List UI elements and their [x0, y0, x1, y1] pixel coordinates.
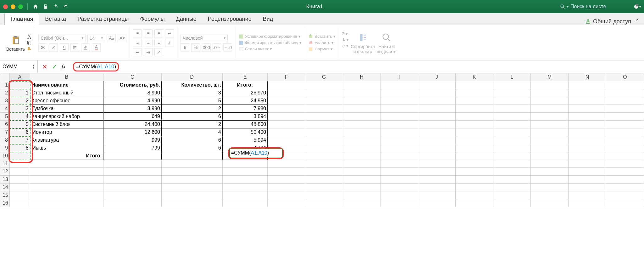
copy-button[interactable]	[27, 40, 32, 45]
align-bottom-icon[interactable]: ≡	[154, 29, 163, 37]
cell[interactable]	[268, 113, 305, 121]
row-header-2[interactable]: 2	[0, 89, 10, 97]
cell[interactable]	[456, 160, 493, 168]
cell[interactable]: Количество, шт.	[161, 81, 222, 89]
cell[interactable]	[343, 81, 380, 89]
cell[interactable]: 799	[103, 144, 161, 152]
cell[interactable]: 999	[103, 136, 161, 144]
comma-icon[interactable]: 000	[202, 43, 211, 52]
cell[interactable]	[531, 136, 569, 144]
cell[interactable]	[569, 168, 606, 176]
cell[interactable]	[380, 81, 418, 89]
cell[interactable]: 2	[9, 97, 30, 105]
cell[interactable]	[380, 199, 418, 207]
cell[interactable]	[456, 97, 493, 105]
cell[interactable]	[222, 176, 267, 184]
cell[interactable]	[493, 168, 531, 176]
row-header-6[interactable]: 6	[0, 121, 10, 128]
col-header-D[interactable]: D	[161, 73, 222, 81]
number-format[interactable]: Числовой▾	[180, 34, 228, 42]
cell[interactable]	[606, 160, 644, 168]
grid[interactable]: A B C D E F G H I J K L M N O 1Наименова…	[0, 73, 644, 207]
cell[interactable]	[268, 176, 305, 184]
cell[interactable]	[418, 128, 455, 136]
cell[interactable]	[456, 168, 493, 176]
underline-button[interactable]: Ч	[60, 43, 69, 52]
name-box-stepper[interactable]: ▲▼	[32, 65, 35, 69]
tab-formulas[interactable]: Формулы	[134, 13, 170, 25]
cell[interactable]	[9, 168, 30, 176]
col-header-A[interactable]: A	[9, 73, 30, 81]
cell[interactable]	[569, 136, 606, 144]
conditional-formatting[interactable]: Условное форматирование ▾	[239, 34, 302, 39]
sort-filter-button[interactable]: Сортировка и фильтр	[351, 31, 375, 54]
find-select-button[interactable]: Найти и выделить	[377, 31, 397, 54]
align-right-icon[interactable]: ≡	[154, 39, 163, 47]
cell[interactable]	[305, 128, 343, 136]
cell[interactable]	[418, 199, 455, 207]
cell[interactable]	[531, 199, 569, 207]
col-header-M[interactable]: M	[531, 73, 569, 81]
cell[interactable]	[305, 113, 343, 121]
cell[interactable]	[569, 152, 606, 160]
cell[interactable]	[531, 184, 569, 191]
cell[interactable]	[456, 113, 493, 121]
cell[interactable]	[268, 168, 305, 176]
row-header-4[interactable]: 4	[0, 105, 10, 113]
cell[interactable]	[456, 199, 493, 207]
cell[interactable]	[606, 199, 644, 207]
cell[interactable]	[456, 184, 493, 191]
cell[interactable]	[569, 81, 606, 89]
cell-styles[interactable]: Стили ячеек ▾	[239, 47, 302, 52]
cell[interactable]: 24 950	[222, 97, 267, 105]
cell[interactable]: 50 400	[222, 128, 267, 136]
cell[interactable]	[380, 191, 418, 199]
cell[interactable]	[30, 168, 103, 176]
tab-insert[interactable]: Вставка	[39, 13, 72, 25]
cell[interactable]	[9, 191, 30, 199]
home-icon[interactable]	[32, 3, 39, 10]
row-header-9[interactable]: 9	[0, 144, 10, 152]
autosum-icon[interactable]: Σ ▾	[342, 31, 349, 36]
cell[interactable]	[418, 160, 455, 168]
cell[interactable]	[343, 121, 380, 128]
cell[interactable]: Наименование	[30, 81, 103, 89]
cell[interactable]	[305, 160, 343, 168]
increase-decimal-icon[interactable]: .0→	[213, 43, 221, 52]
cell[interactable]	[103, 152, 161, 160]
cell[interactable]	[531, 144, 569, 152]
cell[interactable]	[343, 89, 380, 97]
fill-icon[interactable]: ⬇ ▾	[342, 37, 349, 42]
cell[interactable]	[268, 191, 305, 199]
formula-input[interactable]: =СУММ(A1:A10)	[70, 62, 644, 71]
cell[interactable]: 6	[161, 144, 222, 152]
cell[interactable]	[222, 184, 267, 191]
cell[interactable]	[380, 89, 418, 97]
cell[interactable]	[606, 152, 644, 160]
cell[interactable]: 4	[161, 128, 222, 136]
cell[interactable]	[305, 97, 343, 105]
cell[interactable]	[268, 160, 305, 168]
cell[interactable]: Монитор	[30, 128, 103, 136]
cell[interactable]	[456, 81, 493, 89]
undo-icon[interactable]	[52, 3, 59, 10]
cell[interactable]	[606, 128, 644, 136]
cell[interactable]	[606, 113, 644, 121]
align-top-icon[interactable]: ≡	[133, 29, 142, 37]
cell[interactable]: 2	[161, 121, 222, 128]
search-field[interactable]: ▾	[560, 4, 627, 9]
cell[interactable]	[380, 168, 418, 176]
cell[interactable]	[569, 89, 606, 97]
cell[interactable]	[343, 199, 380, 207]
cell[interactable]: 12 600	[103, 128, 161, 136]
cell[interactable]	[222, 199, 267, 207]
borders-button[interactable]: ⊞	[70, 43, 79, 52]
cell[interactable]	[531, 191, 569, 199]
cell[interactable]	[456, 136, 493, 144]
cell[interactable]	[305, 144, 343, 152]
cell[interactable]	[343, 160, 380, 168]
cell[interactable]	[30, 184, 103, 191]
cell[interactable]: 6	[161, 113, 222, 121]
cell[interactable]	[9, 176, 30, 184]
orientation-icon[interactable]: ⤢	[154, 48, 163, 56]
